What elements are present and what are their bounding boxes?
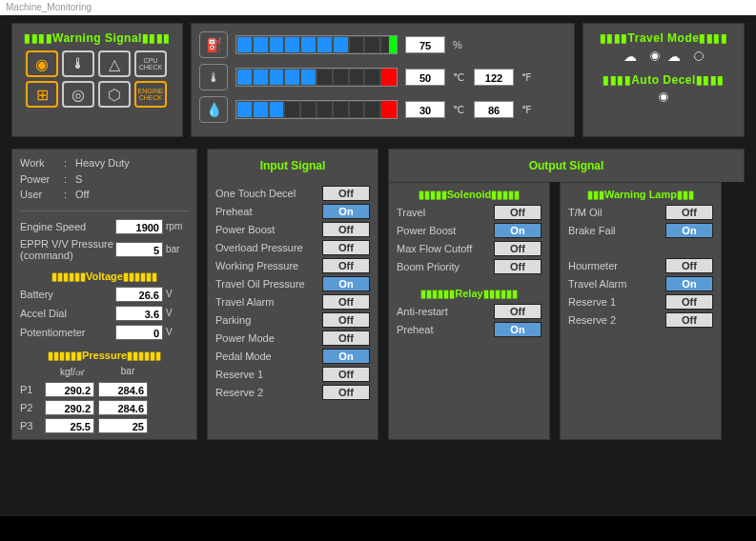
relay-label-1: Preheat (397, 324, 494, 335)
eppr-input[interactable]: 5 (115, 242, 163, 257)
misc-lamp-button-2[interactable]: Off (665, 294, 713, 310)
voltage-title: ▮▮▮▮▮▮ Voltage ▮▮▮▮▮▮ (20, 270, 189, 283)
hydraulic-bar (235, 100, 398, 119)
air-filter-icon[interactable]: ◎ (62, 81, 94, 108)
hydraulic-f-value: 86 (474, 101, 514, 118)
p1-kgf[interactable]: 290.2 (45, 382, 94, 397)
warning-signal-title: ▮▮▮▮ Warning Signal ▮▮▮▮ (20, 31, 174, 45)
misc-lamp-label-0: Hourmeter (568, 260, 665, 271)
input-signal-label-2: Power Boost (215, 224, 322, 235)
relay-button-0[interactable]: Off (494, 304, 541, 319)
warning-signal-panel: ▮▮▮▮ Warning Signal ▮▮▮▮ ◉ 🌡 △ CPU CHECK… (11, 23, 183, 137)
window-titlebar: Machine_Monitoring (0, 0, 756, 15)
input-signal-label-0: One Touch Decel (215, 188, 322, 199)
misc-lamp-button-3[interactable]: Off (665, 312, 713, 328)
misc-lamp-button-1[interactable]: On (665, 276, 713, 291)
coolant-gauge-row: 🌡 50 ℃ 122 ℉ (199, 64, 566, 90)
power-value: S (75, 171, 82, 188)
travel-mode-slow[interactable] (650, 51, 660, 61)
warning-lamp-button-0[interactable]: Off (665, 205, 713, 220)
input-signal-button-11[interactable]: Off (322, 385, 370, 400)
work-value: Heavy Duty (75, 155, 130, 171)
input-signal-button-6[interactable]: Off (322, 294, 370, 310)
relay-label-0: Anti-restart (397, 306, 494, 317)
engine-check-icon[interactable]: ENGINE CHECK (134, 81, 167, 108)
p1-bar[interactable]: 284.6 (98, 382, 148, 397)
auto-decel-title: ▮▮▮▮ Auto Decel ▮▮▮▮ (591, 73, 736, 87)
pot-label: Potentiometer (20, 327, 115, 338)
output-signal-header: Output Signal (388, 149, 745, 182)
input-signal-label-11: Reserve 2 (215, 387, 322, 398)
solenoid-button-1[interactable]: On (494, 223, 541, 238)
input-signal-button-1[interactable]: On (322, 204, 370, 219)
solenoid-label-1: Power Boost (397, 225, 494, 236)
hydraulic-icon: 💧 (199, 96, 228, 123)
solenoid-button-2[interactable]: Off (494, 241, 541, 256)
pressure-title: ▮▮▮▮▮▮ Pressure ▮▮▮▮▮▮ (20, 350, 189, 362)
p3-kgf[interactable]: 25.5 (45, 418, 94, 433)
modes-panel: ▮▮▮▮ Travel Mode ▮▮▮▮ ☁ ☁ ▮▮▮▮ Auto Dece… (582, 23, 745, 137)
battery-input[interactable]: 26.6 (115, 287, 163, 302)
auto-decel-radio[interactable] (659, 92, 668, 102)
input-signal-label-10: Reserve 1 (215, 369, 322, 380)
input-signal-column: Input Signal One Touch DecelOffPreheatOn… (207, 149, 378, 440)
solenoid-button-3[interactable]: Off (494, 259, 541, 274)
auto-decel-radios (591, 92, 736, 102)
pot-input[interactable]: 0 (115, 325, 163, 340)
input-signal-button-5[interactable]: On (322, 276, 370, 291)
fuel-icon: ⛽ (199, 31, 228, 58)
travel-mode-fast[interactable] (694, 51, 704, 61)
solenoid-button-0[interactable]: Off (494, 205, 541, 220)
coolant-temp-icon: 🌡 (199, 64, 228, 90)
p2-kgf[interactable]: 290.2 (45, 400, 94, 415)
travel-mode-title: ▮▮▮▮ Travel Mode ▮▮▮▮ (591, 31, 736, 45)
warning-lamp-label-0: T/M Oil (568, 207, 665, 218)
user-label: User (20, 187, 64, 203)
relay-title: ▮▮▮▮▮▮ Relay ▮▮▮▮▮▮ (397, 288, 541, 300)
accel-input[interactable]: 3.6 (115, 306, 163, 321)
p1-label: P1 (20, 384, 41, 395)
input-signal-button-10[interactable]: Off (322, 367, 370, 382)
user-value: Off (75, 187, 89, 203)
fuel-unit: % (453, 39, 466, 50)
hydraulic-temp-icon[interactable]: △ (98, 50, 131, 77)
misc-lamp-label-3: Reserve 2 (568, 314, 665, 326)
coolant-c-value: 50 (405, 69, 445, 86)
warning-lamp-column: ▮▮▮ Warning Lamp ▮▮▮ T/M OilOffBrake Fai… (560, 182, 722, 440)
solenoid-label-0: Travel (397, 207, 494, 218)
input-signal-title: Input Signal (215, 159, 370, 172)
input-signal-label-4: Working Pressure (215, 260, 322, 271)
p2-bar[interactable]: 284.6 (98, 400, 148, 415)
cpu-check-icon[interactable]: CPU CHECK (134, 50, 167, 77)
warning-lamp-button-1[interactable]: On (665, 223, 713, 238)
coolant-f-value: 122 (474, 69, 514, 86)
p3-bar[interactable]: 25 (98, 418, 148, 433)
input-signal-button-7[interactable]: Off (322, 312, 370, 328)
input-signal-button-4[interactable]: Off (322, 258, 370, 273)
input-signal-button-8[interactable]: Off (322, 331, 370, 346)
relay-button-1[interactable]: On (494, 322, 541, 337)
engine-oil-icon[interactable]: ◉ (26, 50, 58, 77)
battery-icon[interactable]: ⊞ (26, 81, 58, 108)
misc-lamp-label-2: Reserve 1 (568, 296, 665, 308)
fuel-gauge-row: ⛽ 75 % (199, 31, 566, 58)
accel-label: Accel Dial (20, 308, 115, 319)
coolant-icon[interactable]: 🌡 (62, 50, 94, 77)
input-signal-button-2[interactable]: Off (322, 222, 370, 237)
p3-label: P3 (20, 420, 41, 431)
hydraulic-gauge-row: 💧 30 ℃ 86 ℉ (199, 96, 566, 123)
pressure-col1: kgf/㎠ (45, 366, 100, 379)
hydraulic-oil-icon[interactable]: ⬡ (98, 81, 131, 108)
misc-lamp-button-0[interactable]: Off (665, 258, 713, 273)
p2-label: P2 (20, 402, 41, 413)
input-signal-label-1: Preheat (215, 206, 322, 217)
battery-label: Battery (20, 289, 115, 300)
input-signal-button-9[interactable]: On (322, 349, 370, 364)
pressure-col2: bar (100, 366, 155, 379)
engine-speed-input[interactable]: 1900 (115, 219, 163, 234)
input-signal-button-3[interactable]: Off (322, 240, 370, 255)
turtle-icon: ☁ (623, 50, 643, 62)
warning-lamp-label-1: Brake Fail (568, 225, 665, 236)
input-signal-button-0[interactable]: Off (322, 186, 370, 201)
solenoid-relay-column: ▮▮▮▮▮ Solenoid ▮▮▮▮▮ TravelOffPower Boos… (388, 182, 550, 440)
